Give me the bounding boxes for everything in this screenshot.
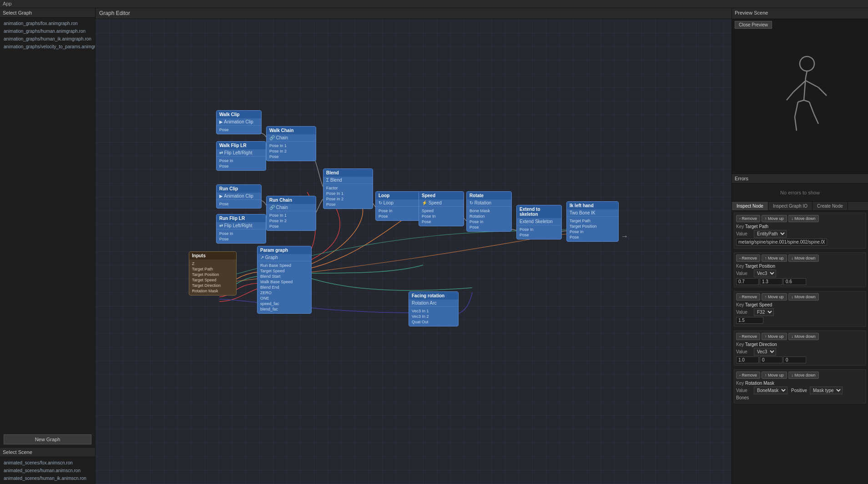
move-up-btn-1[interactable]: ↑ Move up: [762, 255, 787, 262]
inspect-type-select-3[interactable]: Vec3: [754, 348, 776, 356]
param-graph-node[interactable]: Param graph ↗ Graph Run Base Speed Targe…: [257, 246, 312, 314]
svg-line-4: [787, 92, 793, 100]
new-graph-button[interactable]: New Graph: [4, 434, 91, 444]
graph-item[interactable]: animation_graphs/velocity_to_params.anim…: [0, 43, 95, 51]
move-up-btn-3[interactable]: ↑ Move up: [762, 333, 787, 340]
run-clip-node[interactable]: Run Clip ▶ Animation Clip Pose: [216, 184, 262, 209]
inspect-row-rotation-mask: - Remove ↑ Move up ↓ Move down Key Rotat…: [734, 369, 866, 403]
port: Vec3 In 1: [412, 308, 455, 314]
blend-title: Blend: [323, 169, 373, 177]
tab-inspect-graph-io[interactable]: Inspect Graph IO: [768, 202, 812, 210]
run-clip-subtitle: ▶ Animation Clip: [217, 193, 261, 200]
inspect-value-input-2[interactable]: [736, 317, 763, 324]
move-down-btn-2[interactable]: ↓ Move down: [788, 293, 819, 301]
remove-btn-0[interactable]: - Remove: [736, 215, 760, 222]
remove-btn-1[interactable]: - Remove: [736, 255, 760, 262]
mask-type-select[interactable]: Mask type: [810, 387, 843, 394]
run-chain-node[interactable]: Run Chain 🔗 Chain Pose In 1 Pose In 2 Po…: [266, 196, 316, 231]
inspect-tabs: Inspect Node Inspect Graph IO Create Nod…: [732, 202, 868, 211]
port: Pose In 1: [269, 143, 313, 148]
loop-subtitle: ↻ Loop: [376, 199, 420, 207]
app-title: App: [0, 0, 868, 8]
facing-rotation-subtitle: Rotation Arc: [409, 300, 458, 307]
bones-label: Bones: [736, 395, 749, 400]
inspect-key-2: Key Target Speed: [736, 302, 864, 307]
port: Pose In 2: [269, 218, 313, 224]
graph-canvas[interactable]: Walk Clip ▶ Animation Clip Pose Walk Fli…: [96, 19, 732, 484]
port: Pose: [269, 154, 313, 159]
close-preview-button[interactable]: Close Preview: [735, 21, 772, 29]
run-chain-subtitle: 🔗 Chain: [267, 204, 316, 211]
port: Blend End: [260, 285, 308, 290]
svg-line-11: [809, 102, 814, 114]
extend-skeleton-node[interactable]: Extend to skeleton Extend Skeleton Pose …: [516, 205, 562, 239]
inspect-x-3[interactable]: [736, 357, 759, 363]
port: Blend Start: [260, 274, 308, 279]
port: Walk Base Speed: [260, 279, 308, 285]
inspect-type-select-0[interactable]: EntityPath: [754, 230, 787, 238]
move-down-btn-3[interactable]: ↓ Move down: [788, 333, 819, 340]
graph-item[interactable]: animation_graphs/fox.animgraph.ron: [0, 20, 95, 27]
errors-header: Errors: [732, 174, 868, 183]
move-down-btn-4[interactable]: ↓ Move down: [788, 372, 819, 379]
inspect-row-target-path: - Remove ↑ Move up ↓ Move down Key Targe…: [734, 213, 866, 249]
inspect-key-3: Key Target Direction: [736, 342, 864, 347]
tab-create-node[interactable]: Create Node: [812, 202, 848, 210]
inspect-value-input-0[interactable]: [736, 239, 827, 245]
move-up-btn-2[interactable]: ↑ Move up: [762, 293, 787, 301]
inspect-y-1[interactable]: [760, 278, 782, 285]
select-scene-header: Select Scene: [0, 447, 95, 457]
walk-flip-lr-title: Walk Flip LR: [217, 142, 266, 149]
remove-btn-3[interactable]: - Remove: [736, 333, 760, 340]
port: Pose: [326, 202, 370, 207]
port: Rotation: [469, 214, 509, 219]
scene-item[interactable]: animated_scenes/fox.animscn.ron: [0, 459, 95, 467]
walk-flip-lr-node[interactable]: Walk Flip LR ⇄ Flip Left/Right Pose In P…: [216, 141, 266, 171]
param-graph-title: Param graph: [257, 246, 311, 254]
move-up-btn-0[interactable]: ↑ Move up: [762, 215, 787, 222]
inspect-type-select-4[interactable]: BoneMask: [754, 387, 787, 394]
ik-left-hand-node[interactable]: Ik left hand Two Bone IK Target Path Tar…: [566, 201, 619, 242]
walk-clip-title: Walk Clip: [217, 111, 261, 118]
move-down-btn-1[interactable]: ↓ Move down: [788, 255, 819, 262]
speed-node[interactable]: Speed ⚡ Speed Speed Pose In Pose: [419, 191, 464, 226]
graph-item[interactable]: animation_graphs/human_ik.animgraph.ron: [0, 35, 95, 43]
port: Bone Mask: [469, 208, 509, 214]
inspect-type-select-1[interactable]: Vec3: [754, 270, 776, 277]
character-svg: [773, 46, 828, 147]
inspect-row-target-position: - Remove ↑ Move up ↓ Move down Key Targe…: [734, 252, 866, 287]
svg-line-3: [793, 81, 806, 92]
walk-chain-title: Walk Chain: [267, 127, 316, 134]
scene-item[interactable]: animated_scenes/human_ik.animscn.ron: [0, 474, 95, 482]
inspect-type-select-2[interactable]: F32: [754, 308, 774, 316]
remove-btn-4[interactable]: - Remove: [736, 372, 760, 379]
inspect-x-1[interactable]: [736, 278, 759, 285]
facing-rotation-node[interactable]: Facing rotation Rotation Arc Vec3 In 1 V…: [409, 291, 459, 326]
facing-rotation-title: Facing rotation: [409, 292, 458, 300]
port: Pose: [378, 214, 418, 219]
inspect-z-1[interactable]: [783, 278, 806, 285]
inspect-key-4: Key Rotation Mask: [736, 381, 864, 386]
port: Pose In 2: [269, 148, 313, 154]
port: Z: [192, 261, 233, 266]
inputs-node[interactable]: Inputs Z Target Path Target Position Tar…: [189, 251, 237, 295]
remove-btn-2[interactable]: - Remove: [736, 293, 760, 301]
inspect-y-3[interactable]: [760, 357, 782, 363]
walk-clip-node[interactable]: Walk Clip ▶ Animation Clip Pose: [216, 110, 262, 134]
run-flip-lr-node[interactable]: Run Flip LR ⇄ Flip Left/Right Pose In Po…: [216, 214, 266, 244]
move-down-btn-0[interactable]: ↓ Move down: [788, 215, 819, 222]
walk-chain-node[interactable]: Walk Chain 🔗 Chain Pose In 1 Pose In 2 P…: [266, 126, 316, 161]
blend-node[interactable]: Blend Σ Blend Factor Pose In 1 Pose In 2…: [323, 168, 373, 209]
tab-inspect-node[interactable]: Inspect Node: [732, 202, 768, 210]
inspect-value-label-0: Value: [736, 231, 752, 236]
port: Speed: [422, 208, 461, 214]
graph-item[interactable]: animation_graphs/human.animgraph.ron: [0, 27, 95, 35]
scene-item[interactable]: animated_scenes/human.animscn.ron: [0, 467, 95, 474]
inspect-z-3[interactable]: [783, 357, 806, 363]
preview-area: Close Preview: [732, 19, 868, 174]
extend-skeleton-title: Extend to skeleton: [517, 205, 561, 218]
loop-node[interactable]: Loop ↻ Loop Pose In Pose: [375, 191, 421, 221]
run-flip-lr-subtitle: ⇄ Flip Left/Right: [217, 222, 266, 229]
rotate-node[interactable]: Rotate ↻ Rotation Bone Mask Rotation Pos…: [466, 191, 512, 232]
move-up-btn-4[interactable]: ↑ Move up: [762, 372, 787, 379]
